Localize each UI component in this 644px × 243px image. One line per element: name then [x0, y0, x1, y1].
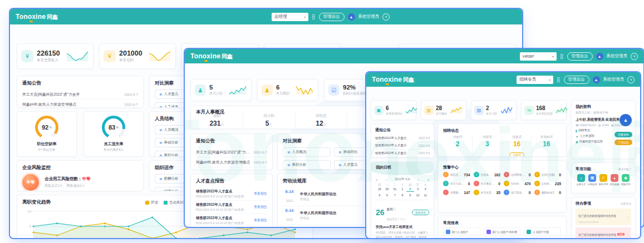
calendar-day[interactable]: 29	[376, 187, 384, 192]
view-report-link[interactable]: 查看报告	[254, 191, 267, 196]
notice-item[interactable]: 销售部2022年人才盘点2022-6-9	[375, 150, 430, 157]
next-month-icon[interactable]: ›	[418, 178, 419, 181]
apps-grid-icon[interactable]: ⣿	[560, 53, 564, 59]
apps-grid-icon[interactable]: ⣿	[312, 14, 316, 19]
logout-icon[interactable]: ˅	[382, 13, 390, 21]
analysis-button[interactable]: ≣离职分析	[283, 160, 331, 170]
warning-item[interactable]: 公积金缴人员 235	[534, 181, 562, 186]
calendar-day[interactable]: 11	[421, 194, 429, 197]
avatar[interactable]: ▲	[596, 53, 603, 60]
notice-item[interactable]: 人事任命通知2022-6-7	[196, 167, 267, 170]
talent-review-report-card: 人才盘点报告 销售部2022年人才盘点时间:2022-6-9 14:22:30 …	[190, 173, 273, 227]
list-icon: ≣	[287, 150, 290, 155]
calendar-day[interactable]: 10	[414, 194, 422, 197]
alert-icon	[443, 181, 449, 186]
calendar-day[interactable]: 8	[399, 194, 406, 197]
calendar-day[interactable]: 1	[399, 187, 406, 192]
notice-item[interactable]: 销售部2022年人才盘点2022-6-9	[375, 142, 430, 150]
avatar[interactable]: ▲	[620, 114, 632, 126]
calendar-day[interactable]: 7	[391, 194, 399, 197]
calendar-day[interactable]: 4	[421, 187, 429, 192]
function-icon: ▦	[588, 174, 596, 182]
handle-button[interactable]: 去处理	[509, 152, 524, 157]
talent-report-row[interactable]: 销售部2022年人才盘点时间:2022-6-9 14:22:30 部门:销售部 …	[196, 201, 267, 214]
talent-report-row[interactable]: 销售部2022年人才盘点时间:2022-6-9 14:22:30 部门:销售部 …	[196, 187, 267, 201]
legend-item[interactable]: 辞退	[145, 200, 158, 205]
list-icon: ≣	[159, 190, 162, 192]
function-tile[interactable]: ♦ 组织架构	[609, 174, 620, 186]
add-schedule-button[interactable]: 添加日程	[412, 210, 429, 215]
report-button[interactable]: 部门人员统计-组织图	[484, 227, 521, 236]
warning-item[interactable]: 合同即将到期 0	[504, 172, 531, 177]
todo-item[interactable]: 张三提交的财务报销单待您审批加急 2022-6-9 10:39:35 ›	[576, 209, 631, 225]
avatar[interactable]: ▲	[348, 13, 355, 21]
notice-item[interactable]: 开工大吉|同鑫科技2022"虎"力全开2022-6-7	[22, 90, 138, 100]
detail-icon: ▲	[576, 135, 578, 138]
logout-icon[interactable]: ˅	[631, 53, 638, 60]
admin-backend-button[interactable]: 管理后台	[319, 13, 345, 21]
app-header: Tonoxine同鑫 HRBP▾ ⣿ 管理后台 ▲ 系统管理员 ˅	[185, 49, 643, 63]
card-title: 招聘动态	[443, 128, 561, 133]
warning-item[interactable]: 低于最低工资标准 0	[504, 190, 531, 195]
warning-item[interactable]: 本月生日人员 35	[474, 190, 501, 195]
next-year-icon[interactable]: »	[427, 178, 429, 181]
role-select[interactable]: HRBP▾	[520, 52, 557, 61]
function-tile[interactable]: ⌂ 办事大厅	[576, 174, 587, 186]
todo-item[interactable]: 张三提交的财务报销单待您审批加急 2022-6-9 10:39:35 ›	[576, 227, 631, 238]
calendar-day[interactable]: 30	[384, 187, 391, 192]
complete-profile-button[interactable]: 完善资料	[614, 132, 632, 137]
window-dashboard-recruiter: Tonoxine同鑫 招聘专员▾ ⣿ 管理后台 ▲ 系统管理员 ˅ Tonoxi…	[366, 72, 640, 238]
function-tile[interactable]: ▦ 日程安排	[587, 174, 598, 186]
logout-icon[interactable]: ˅	[627, 76, 635, 83]
warning-item[interactable]: 简历待处理 734	[443, 172, 470, 177]
warning-item[interactable]: 逾期未转正 0	[534, 190, 562, 195]
gauge-ring: 92%	[35, 116, 58, 139]
calendar-icon: ▥	[424, 106, 434, 115]
function-icon: ⌂	[577, 174, 585, 182]
prev-year-icon[interactable]: «	[376, 178, 377, 181]
schedule-event[interactable]: 安排java开发工程师复试 4月26日，XXX公司客户到访公司，大概早上10点左…	[376, 225, 429, 238]
calendar-day[interactable]: 31	[391, 187, 399, 192]
warning-item[interactable]: 待安排面试 162	[474, 172, 501, 177]
warning-item[interactable]: 社保本月缴人员 470	[504, 181, 531, 186]
warning-item[interactable]: 试用期将到期 147	[443, 190, 470, 195]
all-todos-link[interactable]: 全部待办	[621, 202, 631, 205]
notice-item[interactable]: 销售部2022年人才盘点2022-6-9	[375, 157, 430, 158]
role-select[interactable]: 总经理▾	[272, 13, 308, 21]
report-button[interactable]: 人员统计月报	[524, 227, 561, 236]
admin-backend-button[interactable]: 管理后台	[567, 52, 593, 61]
card-title: 我的资料	[576, 104, 631, 110]
role-select[interactable]: 招聘专员▾	[517, 76, 553, 84]
work-calendar-button[interactable]: 工作日历	[614, 140, 632, 145]
yen-circle-icon: ¥	[21, 50, 33, 62]
svg-text:10: 10	[27, 210, 31, 213]
admin-backend-button[interactable]: 管理后台	[564, 76, 589, 84]
calendar-day[interactable]: 3	[414, 187, 422, 192]
notice-item[interactable]: 销售部2022年人才盘点2022-6-9	[375, 135, 430, 142]
legend-item[interactable]: 主动离职	[164, 200, 184, 205]
notice-item[interactable]: 同鑫eHR,聚焦人力资源管理痛点2022-6-7	[22, 100, 138, 108]
calendar-day[interactable]: 6	[384, 194, 391, 197]
prev-month-icon[interactable]: ‹	[386, 178, 387, 181]
report-button[interactable]: 部门人员统计	[443, 227, 480, 236]
apps-grid-icon[interactable]: ⣿	[557, 77, 561, 82]
calendar-day[interactable]: 9	[406, 194, 414, 197]
calendar-month-label: 2022年 6月	[395, 177, 410, 181]
warning-item[interactable]: 本月入职人员 0	[443, 181, 470, 186]
function-tile[interactable]: ◉ 考勤管理	[620, 174, 631, 186]
sparkline	[295, 85, 314, 96]
notice-item[interactable]: 开工大吉|同鑫科技2022"虎"力全开2022-6-7	[196, 147, 267, 157]
calendar-day[interactable]: 5	[376, 194, 384, 197]
view-report-link[interactable]: 查看报告	[254, 205, 267, 210]
warning-item[interactable]: 合同已到期 0	[534, 172, 562, 177]
recruit-column: 待复试 16 去处理	[502, 135, 532, 157]
talent-report-row[interactable]: 销售部2022年人才盘点时间:2022-6-9 14:22:30 部门:销售部 …	[196, 214, 267, 227]
warning-item[interactable]: 本月离职人员 0	[474, 181, 501, 186]
function-tile[interactable]: ✓ 审批管理	[598, 174, 609, 186]
more-functions-link[interactable]: 更多功能 >	[618, 167, 631, 171]
analysis-button[interactable]: ≣人员概况	[283, 147, 331, 157]
calendar-day[interactable]: 2	[406, 187, 414, 192]
view-report-link[interactable]: 查看报告	[254, 218, 267, 223]
notice-item[interactable]: 同鑫eHR,聚焦人力资源管理痛点2022-6-7	[196, 157, 267, 167]
avatar[interactable]: ▲	[593, 76, 600, 83]
